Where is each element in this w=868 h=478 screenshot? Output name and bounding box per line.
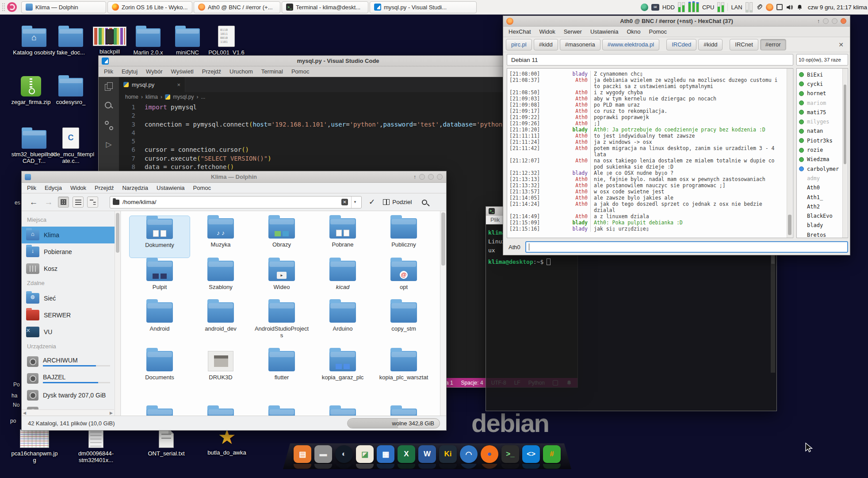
sidebar-item-kosz[interactable]: Kosz <box>22 260 115 277</box>
sidebar-item-serwer[interactable]: SERWER <box>22 307 115 324</box>
folder-item-druk3d[interactable]: DRUK3D <box>190 348 251 402</box>
back-icon[interactable]: ← <box>28 197 39 207</box>
volume-icon[interactable] <box>786 4 793 11</box>
firefox-icon[interactable]: ● <box>481 445 498 463</box>
hash-icon[interactable]: # <box>543 445 561 463</box>
user-list-item[interactable]: Ath2 <box>797 202 848 211</box>
menu-item-pomoc[interactable]: Pomoc <box>291 68 309 75</box>
globe-sphere-icon[interactable]: ◐ <box>335 445 353 463</box>
calculator-icon[interactable]: ▦ <box>377 445 394 463</box>
close-button[interactable] <box>841 18 846 24</box>
close-button[interactable] <box>437 174 443 180</box>
accept-icon[interactable]: ✓ <box>369 197 375 207</box>
folder-item-publiczny[interactable]: Publiczny <box>373 216 434 258</box>
minimize-button[interactable] <box>419 174 425 180</box>
screenshot-tray-icon[interactable] <box>776 4 783 10</box>
breadcrumb-item[interactable]: home <box>125 94 138 100</box>
maximize-button[interactable] <box>832 18 837 24</box>
taskbar-window-button[interactable]: Terminal - klima@deskt... <box>282 1 368 13</box>
status-item[interactable]: Spacje: 4 <box>461 380 483 386</box>
status-item[interactable]: a 1 <box>446 380 453 386</box>
channel-tab-ircded[interactable]: IRCded <box>666 39 696 50</box>
hexchat-titlebar[interactable]: Ath0 @ BNC / #error (+nst) - HexChat (37… <box>503 16 850 27</box>
sidebar-hscrollbar[interactable]: ◀▶ <box>22 409 114 416</box>
folder-item-copy-stm[interactable]: copy_stm <box>373 300 434 348</box>
nick-label[interactable]: Ath0 <box>507 244 525 251</box>
desktop-icon[interactable]: dm00096844-stm32f401x... <box>72 428 120 463</box>
dolphin-titlebar[interactable]: Klima — Dolphin ↑ <box>22 171 446 183</box>
menu-item-plik[interactable]: Plik <box>104 68 113 75</box>
channel-tab-pirc-pl[interactable]: pirc.pl <box>506 39 532 50</box>
menu-item-hexchat[interactable]: HexChat <box>509 28 531 35</box>
desktop-icon[interactable]: ONT_serial.txt <box>142 428 191 457</box>
user-list-item[interactable]: Wiedzma <box>797 155 848 164</box>
menu-item-plik[interactable]: Plik <box>27 185 36 191</box>
sidebar-item-pobierane[interactable]: ↓Pobierane <box>22 243 115 260</box>
folder-item-pulpit[interactable]: Pulpit <box>129 258 190 300</box>
user-list-item[interactable]: mati75 <box>797 108 848 117</box>
word-icon[interactable]: W <box>418 445 436 463</box>
folder-item-dokumenty[interactable]: Dokumenty <box>129 216 190 258</box>
clear-path-icon[interactable]: ✕ <box>341 199 348 205</box>
folder-item-partial[interactable] <box>129 404 190 416</box>
tray-app-icon[interactable] <box>641 4 648 11</box>
user-list-item[interactable]: carbolymer <box>797 164 848 173</box>
path-text[interactable]: /home/klima/ <box>122 199 338 205</box>
channel-tab--masoneria[interactable]: #masoneria <box>560 39 600 50</box>
folder-item-android[interactable]: Android <box>129 300 190 348</box>
eagle-icon[interactable]: ◠ <box>460 445 478 463</box>
menu-item-wybór[interactable]: Wybór <box>146 68 162 75</box>
paperclip-icon[interactable] <box>756 4 763 11</box>
menu-item-przejdź[interactable]: Przejdź <box>202 68 221 75</box>
user-list[interactable]: BiExicyckihornetmariommati75milygesnatan… <box>796 68 848 238</box>
userlist-scrollbar[interactable] <box>842 69 847 238</box>
folder-item-partial[interactable] <box>251 404 312 416</box>
folder-item-muzyka[interactable]: ♪♪Muzyka <box>190 216 251 258</box>
desktop-icon[interactable]: Cnode_mcu_fitemplate.c... <box>46 127 95 164</box>
folder-item-opt[interactable]: @opt <box>373 258 434 300</box>
explorer-icon[interactable] <box>104 81 114 91</box>
minimize-button[interactable] <box>823 18 829 24</box>
channel-tab--kidd[interactable]: #kidd <box>534 39 558 50</box>
close-tab-icon[interactable]: ✕ <box>838 41 847 48</box>
search-icon[interactable] <box>104 101 114 111</box>
menu-item-pomoc[interactable]: Pomoc <box>193 185 211 191</box>
tab-mysql-py[interactable]: mysql.py × <box>119 77 185 92</box>
location-bar[interactable]: /home/klima/ ✕ ▼ <box>110 196 362 208</box>
hexchat-tray-icon[interactable] <box>766 4 773 11</box>
photos-icon[interactable]: ◪ <box>356 445 374 463</box>
office-icon[interactable]: ▤ <box>294 445 311 463</box>
folder-item-partial[interactable] <box>312 404 373 416</box>
channel-tab-ircnet[interactable]: IRCnet <box>730 39 758 50</box>
user-list-item[interactable]: blady <box>797 221 848 230</box>
vscode-icon[interactable]: <> <box>522 445 540 463</box>
user-list-item[interactable]: admy <box>797 173 848 183</box>
clock[interactable]: czw 9 gru, 21:17 klima <box>806 4 867 11</box>
taskbar-window-button[interactable]: Zorin OS 16 Lite - Wyko... <box>107 1 192 13</box>
menu-item-przejdź[interactable]: Przejdź <box>95 185 114 191</box>
desktop-icon[interactable]: pca16chanpwm.jpg <box>10 429 59 463</box>
topic-bar[interactable]: Debian 11 <box>507 54 793 66</box>
user-list-item[interactable]: hornet <box>797 89 848 98</box>
menu-item-ustawienia[interactable]: Ustawienia <box>590 28 619 35</box>
menu-item-edycja[interactable]: Edycja <box>45 185 62 191</box>
menu-item-terminal[interactable]: Terminal <box>261 68 283 75</box>
chat-scrollbar[interactable] <box>787 69 792 238</box>
user-list-item[interactable]: BlackEvo <box>797 211 848 220</box>
icons-view-button[interactable] <box>58 197 69 208</box>
folder-item-szablony[interactable]: Szablony <box>190 258 251 300</box>
dolphin-folder-view[interactable]: Dokumenty♪♪MuzykaObrazyPobranePublicznyP… <box>121 211 446 416</box>
hexchat-window[interactable]: Ath0 @ BNC / #error (+nst) - HexChat (37… <box>503 15 850 255</box>
mail-icon[interactable]: ✉ <box>651 4 659 11</box>
menu-item-uruchom[interactable]: Uruchom <box>229 68 253 75</box>
sidebar-item-sie-[interactable]: ◍Sieć <box>22 290 115 307</box>
menu-item-pomoc[interactable]: Pomoc <box>649 28 667 35</box>
taskbar-window-button[interactable]: Ath0 @ BNC / #error (+... <box>194 1 280 13</box>
maximize-button[interactable] <box>428 174 434 180</box>
user-list-item[interactable]: natan <box>797 127 848 136</box>
message-input[interactable] <box>525 241 848 253</box>
menu-item-edytuj[interactable]: Edytuj <box>122 68 138 75</box>
folder-item-androidstudioprojects[interactable]: AndroidStudioProjects <box>251 300 312 348</box>
source-control-icon[interactable] <box>104 120 114 130</box>
panel-grip[interactable] <box>2 3 5 12</box>
